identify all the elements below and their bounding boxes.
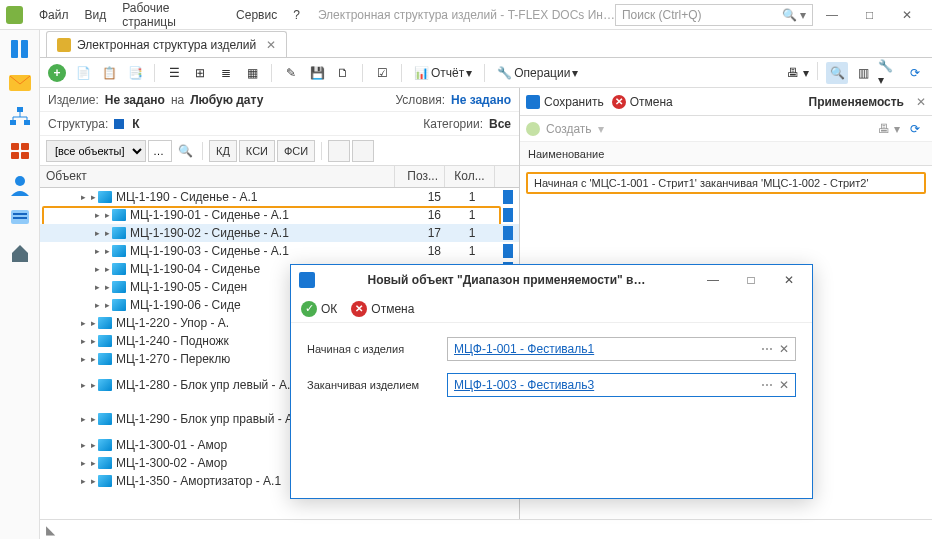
object-filter-select[interactable]: [все объекты] <box>46 140 146 162</box>
sidebar-home-icon[interactable] <box>7 240 33 266</box>
expand-caret-icon[interactable]: ▸ <box>78 336 88 346</box>
window-close[interactable]: ✕ <box>888 0 926 30</box>
global-search[interactable]: Поиск (Ctrl+Q) 🔍 ▾ <box>615 4 813 26</box>
columns-icon[interactable]: ▥ <box>852 62 874 84</box>
filter-extra2[interactable] <box>352 140 374 162</box>
expand-caret-icon[interactable]: ▸ <box>88 192 98 202</box>
dialog-minimize[interactable]: ― <box>698 270 728 290</box>
status-caret-icon[interactable]: ◣ <box>46 523 55 537</box>
expand-caret-icon[interactable]: ▸ <box>102 210 112 220</box>
from-input[interactable]: МЦФ-1-001 - Фестиваль1 ⋯✕ <box>447 337 796 361</box>
sidebar-user-icon[interactable] <box>7 172 33 198</box>
expand-caret-icon[interactable]: ▸ <box>88 318 98 328</box>
conditions-link[interactable]: Не задано <box>451 93 511 107</box>
expand-caret-icon[interactable]: ▸ <box>88 354 98 364</box>
detail-icon[interactable]: ≣ <box>215 62 237 84</box>
expand-caret-icon[interactable]: ▸ <box>88 336 98 346</box>
expand-caret-icon[interactable]: ▸ <box>92 282 102 292</box>
close-panel-icon[interactable]: ✕ <box>916 95 926 109</box>
save-icon[interactable]: 💾 <box>306 62 328 84</box>
dialog-titlebar[interactable]: Новый объект "Диапазон применяемости" в…… <box>291 265 812 295</box>
filter-kd[interactable]: КД <box>209 140 237 162</box>
tree-row[interactable]: ▸▸МЦ-1-190-01 - Сиденье - A.1161 <box>40 206 519 224</box>
expand-caret-icon[interactable]: ▸ <box>102 300 112 310</box>
from-value-link[interactable]: МЦФ-1-001 - Фестиваль1 <box>454 342 594 356</box>
expand-caret-icon[interactable]: ▸ <box>102 228 112 238</box>
list-view-icon[interactable]: ☰ <box>163 62 185 84</box>
filter-search-icon[interactable]: 🔍 <box>174 140 196 162</box>
from-clear-icon[interactable]: ✕ <box>779 342 789 356</box>
expand-caret-icon[interactable]: ▸ <box>88 380 98 390</box>
tree-row[interactable]: ▸▸МЦ-1-190-02 - Сиденье - A.1171 <box>40 224 519 242</box>
expand-caret-icon[interactable]: ▸ <box>78 440 88 450</box>
tree-view-icon[interactable]: ⊞ <box>189 62 211 84</box>
expand-caret-icon[interactable]: ▸ <box>78 354 88 364</box>
expand-caret-icon[interactable]: ▸ <box>78 192 88 202</box>
card-icon[interactable]: ▦ <box>241 62 263 84</box>
sidebar-settings-icon[interactable] <box>7 206 33 232</box>
filter-dots[interactable] <box>148 140 172 162</box>
to-value-link[interactable]: МЦФ-1-003 - Фестиваль3 <box>454 378 594 392</box>
save-button[interactable]: Сохранить <box>526 95 604 109</box>
expand-caret-icon[interactable]: ▸ <box>102 246 112 256</box>
to-input[interactable]: МЦФ-1-003 - Фестиваль3 ⋯✕ <box>447 373 796 397</box>
expand-caret-icon[interactable]: ▸ <box>102 264 112 274</box>
expand-caret-icon[interactable]: ▸ <box>88 440 98 450</box>
col-count[interactable]: Кол... <box>445 166 495 187</box>
refresh-icon[interactable]: ⟳ <box>904 62 926 84</box>
dialog-close[interactable]: ✕ <box>774 270 804 290</box>
expand-caret-icon[interactable]: ▸ <box>92 300 102 310</box>
add-button[interactable]: + <box>46 62 68 84</box>
dialog-ok-button[interactable]: ✓ОК <box>301 301 337 317</box>
expand-caret-icon[interactable]: ▸ <box>102 282 112 292</box>
expand-caret-icon[interactable]: ▸ <box>78 476 88 486</box>
filter-extra1[interactable] <box>328 140 350 162</box>
filter-fsi[interactable]: ФСИ <box>277 140 315 162</box>
expand-caret-icon[interactable]: ▸ <box>92 264 102 274</box>
new-doc-icon[interactable]: 📄 <box>72 62 94 84</box>
menu-workpages[interactable]: Рабочие страницы <box>114 0 228 33</box>
window-minimize[interactable]: ― <box>813 0 851 30</box>
operations-dropdown[interactable]: 🔧 Операции ▾ <box>493 66 582 80</box>
from-more-icon[interactable]: ⋯ <box>761 342 773 356</box>
tree-row[interactable]: ▸▸МЦ-1-190-03 - Сиденье - A.1181 <box>40 242 519 260</box>
expand-caret-icon[interactable]: ▸ <box>92 210 102 220</box>
to-more-icon[interactable]: ⋯ <box>761 378 773 392</box>
menu-view[interactable]: Вид <box>76 4 114 26</box>
to-clear-icon[interactable]: ✕ <box>779 378 789 392</box>
right-column-header[interactable]: Наименование <box>520 142 932 166</box>
sidebar-structures-icon[interactable] <box>7 36 33 62</box>
expand-caret-icon[interactable]: ▸ <box>78 318 88 328</box>
expand-caret-icon[interactable]: ▸ <box>78 380 88 390</box>
print-icon[interactable]: 🖶 ▾ <box>787 62 809 84</box>
menu-help[interactable]: ? <box>285 4 308 26</box>
tree-row[interactable]: ▸▸МЦ-1-190 - Сиденье - A.1151 <box>40 188 519 206</box>
report-dropdown[interactable]: 📊 Отчёт ▾ <box>410 66 476 80</box>
edit-icon[interactable]: ✎ <box>280 62 302 84</box>
right-refresh-icon[interactable]: ⟳ <box>904 118 926 140</box>
right-print-icon[interactable]: 🖶 ▾ <box>878 118 900 140</box>
expand-caret-icon[interactable]: ▸ <box>88 414 98 424</box>
tab-product-structure[interactable]: Электронная структура изделий ✕ <box>46 31 287 57</box>
expand-caret-icon[interactable]: ▸ <box>92 228 102 238</box>
expand-caret-icon[interactable]: ▸ <box>88 458 98 468</box>
applicability-range-row[interactable]: Начиная с 'МЦС-1-001 - Стрит1' заканчива… <box>526 172 926 194</box>
tab-close-icon[interactable]: ✕ <box>266 38 276 52</box>
create-button[interactable]: Создать <box>546 122 592 136</box>
sidebar-mail-icon[interactable] <box>7 70 33 96</box>
copy-icon[interactable]: 📋 <box>98 62 120 84</box>
expand-caret-icon[interactable]: ▸ <box>88 476 98 486</box>
col-position[interactable]: Поз... <box>395 166 445 187</box>
expand-caret-icon[interactable]: ▸ <box>78 458 88 468</box>
discard-icon[interactable]: 🗋 <box>332 62 354 84</box>
filter-ksi[interactable]: КСИ <box>239 140 275 162</box>
dialog-cancel-button[interactable]: ✕Отмена <box>351 301 414 317</box>
expand-caret-icon[interactable]: ▸ <box>92 246 102 256</box>
expand-caret-icon[interactable]: ▸ <box>78 414 88 424</box>
search-tool-icon[interactable]: 🔍 <box>826 62 848 84</box>
sidebar-hierarchy-icon[interactable] <box>7 104 33 130</box>
window-maximize[interactable]: □ <box>851 0 889 30</box>
dialog-maximize[interactable]: □ <box>736 270 766 290</box>
menu-file[interactable]: Файл <box>31 4 77 26</box>
wrench-icon[interactable]: 🔧 ▾ <box>878 62 900 84</box>
